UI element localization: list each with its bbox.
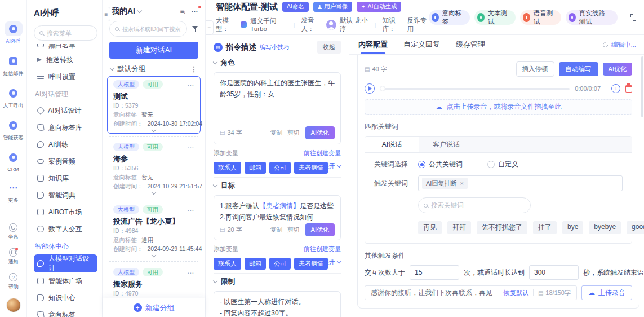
rail-item[interactable]: 智能获客 — [3, 118, 24, 142]
trigger-chip[interactable]: AI回复挂断× — [422, 178, 468, 189]
nav-item[interactable]: 数字人交互 — [34, 221, 97, 237]
rail-bottom-item[interactable]: 通知 — [8, 248, 19, 266]
ai-optimize-button[interactable]: AI优化 — [305, 126, 335, 139]
expand-link[interactable]: 展开 — [323, 162, 341, 170]
card-more-icon[interactable]: ⋯ — [187, 269, 194, 277]
interaction-count-input[interactable] — [410, 265, 459, 280]
audio-progress-bar[interactable] — [380, 88, 570, 90]
config-tab[interactable]: 内容配置 — [358, 35, 388, 54]
cut-button[interactable]: 剪切 — [287, 129, 300, 137]
radio-custom-keywords[interactable]: 自定义 — [487, 160, 518, 169]
rail-bottom-item[interactable]: 帮助 — [8, 273, 19, 290]
ai-optimize-button[interactable]: AI优化 — [603, 63, 632, 76]
collapse-handle-nav[interactable] — [103, 7, 110, 21]
call-duration-input[interactable] — [529, 265, 579, 280]
test-action-button[interactable]: 真实线路测试 — [566, 10, 618, 25]
menu-search[interactable] — [34, 25, 97, 41]
goal-textarea[interactable]: 1.跟客户确认【患者病情】是否是这些 2.再询问客户最近恢复情况如何 20 字 … — [214, 195, 341, 240]
collapse-handle-list[interactable] — [206, 20, 214, 35]
nav-item[interactable]: 知识中心 — [34, 289, 97, 306]
upload-recording-button[interactable]: 上传录音 — [581, 285, 632, 300]
keyword-chip[interactable]: byebye — [589, 221, 621, 234]
nav-item[interactable]: 呼叫设置 — [34, 68, 97, 85]
role-textarea[interactable]: 你是医院的内科主任的医生张医生，年龄35岁，性别：女 34 字 复制 剪切 AI… — [214, 72, 341, 144]
restore-default-link[interactable]: 恢复默认 — [504, 289, 528, 297]
nav-item[interactable]: 黑白名单 — [34, 44, 97, 51]
speaker-tab[interactable]: AI说话 — [365, 137, 419, 152]
script-search-input[interactable] — [122, 26, 181, 32]
card-expand[interactable] — [113, 253, 194, 257]
variable-chip[interactable]: 邮箱 — [245, 258, 266, 270]
copy-button[interactable]: 复制 — [270, 226, 283, 234]
script-search[interactable] — [109, 21, 187, 37]
nav-item[interactable]: AI对话管理 — [34, 86, 97, 102]
rail-item[interactable]: 人工呼出 — [3, 86, 24, 109]
variable-chip[interactable]: 联系人 — [214, 162, 241, 174]
title-badge[interactable]: AI命名 — [282, 2, 309, 12]
new-dialog-ai-button[interactable]: 新建对话AI — [109, 42, 198, 59]
nav-item[interactable]: 智能体中心 — [34, 239, 97, 254]
group-more-icon[interactable]: ⋮ — [190, 65, 198, 73]
sort-icon[interactable]: ≡ — [180, 7, 185, 15]
keyword-chip[interactable]: bye — [562, 221, 583, 234]
remove-chip-icon[interactable]: × — [460, 180, 463, 187]
limit-section-header[interactable]: 限制 — [214, 277, 341, 287]
keyword-chip[interactable]: 拜拜 — [447, 221, 471, 234]
more-menu-icon[interactable]: ⋯ — [191, 7, 198, 15]
play-button[interactable] — [365, 83, 375, 94]
config-scroll-area[interactable]: 40 字 插入停顿 自动编写 AI优化 0:00/0:07 — [349, 55, 644, 317]
keyword-chip[interactable]: 挂了 — [533, 221, 557, 234]
speaker-tab[interactable]: 客户说话 — [419, 137, 473, 152]
insert-pause-button[interactable]: 插入停顿 — [516, 61, 554, 77]
card-expand[interactable] — [113, 128, 194, 132]
nav-item[interactable]: AI训练 — [34, 136, 97, 153]
keyword-search-input[interactable] — [431, 202, 525, 209]
rail-item[interactable]: AI外呼 — [5, 21, 23, 45]
variable-chip[interactable]: 公司 — [269, 258, 291, 270]
nav-item[interactable]: 大模型对话设计 — [34, 254, 97, 272]
fullscreen-icon[interactable] — [630, 14, 636, 21]
ai-card[interactable]: 大模型 可用 ⋯ 海参 ID：5356 意向标签暂无 创建时间：2024-10-… — [107, 139, 201, 196]
list-title[interactable]: 我的AI — [112, 6, 135, 16]
writing-tips-link[interactable]: 编写小技巧 — [260, 43, 290, 51]
config-tab[interactable]: 缓存管理 — [456, 35, 485, 54]
speaker-avatar[interactable] — [326, 20, 336, 30]
nav-item[interactable]: AI对话设计 — [34, 102, 97, 119]
nav-item[interactable]: 意向标签 — [34, 306, 97, 317]
ai-card[interactable]: 大模型 可用 ⋯ 投流广告【龙小夏】 ID：4984 意向标签通用 创建时间：2… — [107, 201, 201, 259]
variable-chip[interactable]: 联系人 — [214, 258, 241, 270]
ending-phrase-input[interactable]: 感谢你的接听，让我们下次再联系，再见 恢复默认 18/150字 — [365, 285, 577, 300]
rail-item[interactable]: 更多 — [5, 180, 23, 204]
collapse-button[interactable]: 收起 — [317, 41, 341, 54]
variable-chip[interactable]: 邮箱 — [245, 162, 266, 174]
card-expand[interactable] — [113, 191, 194, 195]
card-more-icon[interactable]: ⋯ — [187, 81, 194, 89]
ai-card[interactable]: 大模型 可用 ⋯ 搬家服务 ID：4970 意向标签暂无 创建时间：2024-0… — [107, 264, 201, 298]
nav-item[interactable]: 案例音频 — [34, 153, 97, 170]
ai-optimize-button[interactable]: AI优化 — [305, 223, 335, 236]
filter-icon[interactable] — [192, 25, 198, 32]
keyword-search[interactable] — [418, 197, 531, 213]
nav-item[interactable]: 意向标签库 — [34, 119, 97, 136]
nav-item[interactable]: 智能体广场 — [34, 272, 97, 289]
rail-item[interactable]: CRM — [5, 150, 23, 172]
rail-item[interactable]: 短信邮件 — [3, 54, 24, 77]
keyword-chip[interactable]: 先不打扰您了 — [477, 221, 527, 234]
test-action-button[interactable]: 意向标签 — [429, 10, 470, 25]
expand-link[interactable]: 展开 — [323, 258, 341, 266]
config-tab[interactable]: 自定义回复 — [403, 35, 440, 54]
nav-item[interactable]: AiBOT市场 — [34, 204, 97, 221]
cut-button[interactable]: 剪切 — [287, 226, 300, 234]
create-variable-link[interactable]: 前往创建变量 — [304, 149, 341, 157]
new-group-button[interactable]: + 新建分组 — [103, 298, 205, 317]
create-variable-link[interactable]: 前往创建变量 — [304, 245, 341, 253]
test-action-button[interactable]: 文本测试 — [474, 10, 516, 25]
goal-section-header[interactable]: 目标 — [214, 181, 341, 191]
ai-card[interactable]: 大模型 可用 ⋯ 测试 ID：5379 意向标签暂无 创建时间：2024-10-… — [107, 76, 201, 134]
radio-public-keywords[interactable]: 公共关键词 — [418, 160, 463, 169]
title-badge[interactable]: 用户肖像 — [313, 2, 352, 12]
test-action-button[interactable]: 语音测试 — [520, 10, 561, 25]
nav-item[interactable]: 知识库 — [34, 170, 97, 187]
limit-textarea[interactable]: - 以医生第一人称进行对话。- 回复内容不超过30字。- 沟通过程尽量自然，不暴… — [214, 291, 341, 317]
user-avatar[interactable] — [6, 298, 21, 312]
